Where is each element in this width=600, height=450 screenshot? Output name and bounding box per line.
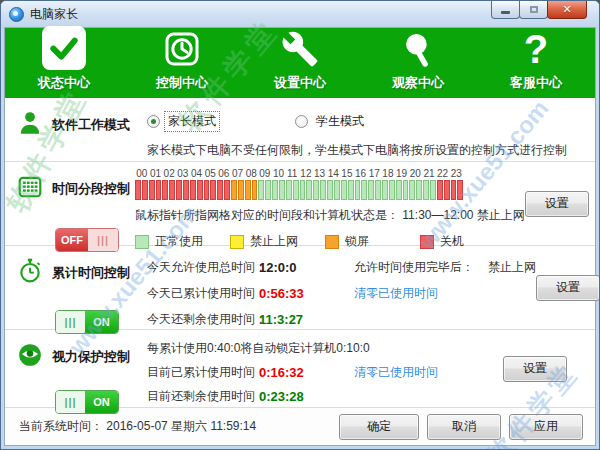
time-cell[interactable]	[361, 180, 367, 200]
close-button[interactable]: ✕	[547, 1, 587, 19]
info-row: 今天已累计使用时间： 0:56:33 清零已使用时间	[147, 280, 536, 306]
time-cell[interactable]	[190, 180, 196, 200]
time-cell[interactable]	[375, 180, 381, 200]
time-cell[interactable]	[156, 180, 162, 200]
time-cell[interactable]	[341, 180, 347, 200]
time-segment-settings-button[interactable]: 设置	[525, 191, 589, 217]
radio-parent-mode[interactable]: 家长模式	[147, 112, 219, 131]
time-cell[interactable]	[169, 180, 175, 200]
time-cell[interactable]	[286, 180, 292, 200]
tab-support-center[interactable]: ? 客服中心	[477, 28, 595, 98]
time-cell[interactable]	[265, 180, 271, 200]
hour-label: 19	[395, 168, 409, 179]
toggle-on-label: ON	[85, 391, 118, 413]
time-cell[interactable]	[320, 180, 326, 200]
check-icon	[42, 26, 86, 70]
vision-settings-button[interactable]: 设置	[503, 356, 567, 382]
hour-label: 12	[299, 168, 313, 179]
time-cell[interactable]	[238, 180, 244, 200]
time-cell[interactable]	[416, 180, 422, 200]
section-title: 累计时间控制	[52, 264, 130, 282]
time-cell[interactable]	[444, 180, 450, 200]
hour-label: 08	[244, 168, 258, 179]
reset-used-time-link[interactable]: 清零已使用时间	[354, 364, 438, 381]
stopwatch-icon	[17, 258, 43, 288]
tab-settings-center[interactable]: 设置中心	[241, 28, 359, 98]
apply-button[interactable]: 应用	[509, 414, 583, 440]
time-cell[interactable]	[245, 180, 251, 200]
question-icon: ?	[524, 28, 548, 70]
time-cell[interactable]	[176, 180, 182, 200]
time-cell[interactable]	[334, 180, 340, 200]
time-cell[interactable]	[183, 180, 189, 200]
window-title: 电脑家长	[30, 6, 78, 23]
hour-label: 05	[203, 168, 217, 179]
time-cell[interactable]	[355, 180, 361, 200]
section-work-mode: 软件工作模式 家长模式 学生模式 家长模式下电脑不受任何限制，学生模式下电脑将按…	[5, 98, 595, 162]
time-cell[interactable]	[224, 180, 230, 200]
time-cell[interactable]	[368, 180, 374, 200]
time-cell[interactable]	[149, 180, 155, 200]
time-cell[interactable]	[313, 180, 319, 200]
row-label: 今天已累计使用时间：	[147, 285, 259, 302]
time-cell[interactable]	[204, 180, 210, 200]
allowed-total-time: 12:0:0	[259, 260, 354, 275]
time-cell[interactable]	[293, 180, 299, 200]
time-cell[interactable]	[327, 180, 333, 200]
after-time-policy: 允许时间使用完毕后：禁止上网	[354, 259, 536, 276]
time-cell[interactable]	[457, 180, 463, 200]
time-cell[interactable]	[279, 180, 285, 200]
time-cell[interactable]	[272, 180, 278, 200]
time-cell[interactable]	[135, 180, 141, 200]
hour-label: 04	[190, 168, 204, 179]
time-cell[interactable]	[437, 180, 443, 200]
hour-label: 23	[449, 168, 463, 179]
hour-label: 01	[149, 168, 163, 179]
time-cell[interactable]	[217, 180, 223, 200]
time-cell[interactable]	[252, 180, 258, 200]
radio-student-mode[interactable]: 学生模式	[295, 112, 367, 131]
radio-label: 家长模式	[165, 112, 219, 131]
hour-label: 06	[217, 168, 231, 179]
time-cell[interactable]	[306, 180, 312, 200]
time-cell[interactable]	[210, 180, 216, 200]
time-cell[interactable]	[430, 180, 436, 200]
vision-used-time: 0:16:32	[259, 365, 354, 380]
time-cell[interactable]	[231, 180, 237, 200]
tab-status-center[interactable]: 状态中心	[5, 28, 123, 98]
close-icon: ✕	[562, 3, 571, 16]
cancel-button[interactable]: 取消	[427, 414, 501, 440]
hour-label: 03	[176, 168, 190, 179]
time-cell[interactable]	[348, 180, 354, 200]
cumulative-settings-button[interactable]: 设置	[536, 275, 600, 301]
tab-control-center[interactable]: 控制中心	[123, 28, 241, 98]
time-cell[interactable]	[162, 180, 168, 200]
toggle-stripes-icon: |||	[56, 391, 85, 413]
hour-label: 00	[135, 168, 149, 179]
section-cumulative-time: 累计时间控制 ||| ON 今天允许使用总时间： 12:0:0 允许时间使用完毕…	[5, 246, 595, 330]
time-cell[interactable]	[396, 180, 402, 200]
ok-button[interactable]: 确定	[339, 414, 419, 440]
minimize-button[interactable]	[491, 1, 520, 19]
tab-label: 控制中心	[156, 74, 208, 92]
hour-label: 09	[258, 168, 272, 179]
time-cell[interactable]	[300, 180, 306, 200]
time-cell[interactable]	[451, 180, 457, 200]
section-title: 时间分段控制	[52, 180, 130, 198]
time-cell[interactable]	[258, 180, 264, 200]
tab-label: 状态中心	[38, 74, 90, 92]
time-cell[interactable]	[423, 180, 429, 200]
reset-used-time-link[interactable]: 清零已使用时间	[354, 285, 438, 302]
time-cell[interactable]	[197, 180, 203, 200]
time-cell[interactable]	[403, 180, 409, 200]
row-label: 今天允许使用总时间：	[147, 259, 259, 276]
time-cell[interactable]	[409, 180, 415, 200]
time-cell[interactable]	[382, 180, 388, 200]
time-cell[interactable]	[389, 180, 395, 200]
tab-observe-center[interactable]: 观察中心	[359, 28, 477, 98]
vision-toggle[interactable]: ||| ON	[55, 390, 119, 414]
hour-label: 18	[381, 168, 395, 179]
hour-label: 02	[162, 168, 176, 179]
time-cell[interactable]	[142, 180, 148, 200]
maximize-button[interactable]	[519, 1, 548, 19]
